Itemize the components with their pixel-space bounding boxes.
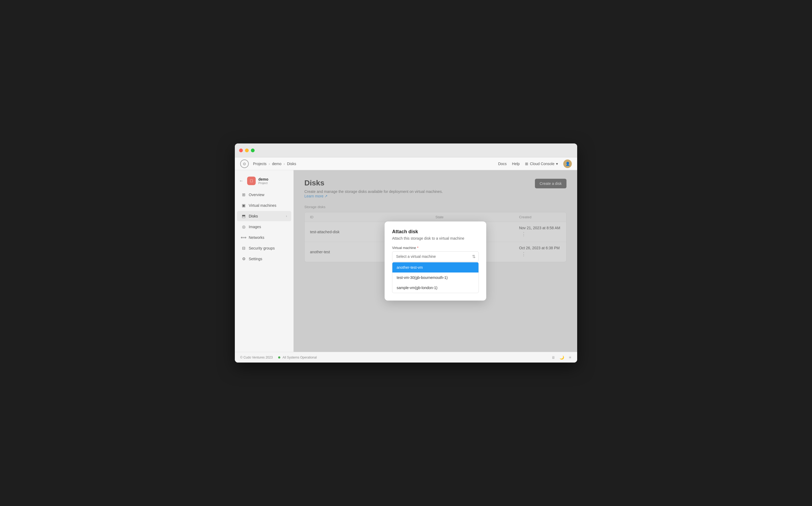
navbar-right: Docs Help ⊞ Cloud Console ▾ 👤	[498, 160, 572, 168]
traffic-lights	[239, 149, 255, 152]
attach-disk-modal: Attach disk Attach this storage disk to …	[385, 222, 486, 301]
sidebar-label-security: Security groups	[249, 246, 275, 250]
cloud-console-button[interactable]: ⊞ Cloud Console ▾	[525, 162, 558, 166]
moon-icon[interactable]: 🌙	[559, 355, 564, 360]
modal-description: Attach this storage disk to a virtual ma…	[392, 236, 479, 240]
avatar[interactable]: 👤	[563, 160, 572, 168]
vm-option-2[interactable]: test-vm-30(gb-bournemouth-1)	[392, 272, 478, 283]
close-button[interactable]	[239, 149, 243, 152]
help-link[interactable]: Help	[512, 162, 520, 166]
vm-select[interactable]: Select a virtual machine	[392, 251, 479, 262]
project-label: Project	[258, 181, 268, 185]
sidebar-label-images: Images	[249, 225, 261, 229]
breadcrumb-disks[interactable]: Disks	[287, 162, 296, 166]
status-indicator: All Systems Operational	[278, 356, 317, 359]
vm-select-wrapper: Select a virtual machine ⇅	[392, 251, 479, 262]
sidebar-item-security-groups[interactable]: ⊟ Security groups	[237, 243, 291, 253]
sidebar-label-vms: Virtual machines	[249, 203, 276, 207]
vm-option-1[interactable]: another-test-vm	[392, 262, 478, 272]
modal-overlay: Attach disk Attach this storage disk to …	[294, 170, 577, 352]
required-indicator: *	[417, 246, 418, 250]
navbar: ⊙ Projects › demo › Disks Docs Help ⊞ Cl…	[235, 157, 577, 170]
sidebar-label-disks: Disks	[249, 214, 258, 218]
sidebar-label-settings: Settings	[249, 257, 262, 261]
grid-icon: ⊞	[525, 162, 528, 166]
chevron-right-icon: ›	[286, 214, 287, 218]
footer: © Cudo Ventures 2023 All Systems Operati…	[235, 352, 577, 362]
status-label: All Systems Operational	[282, 356, 317, 359]
images-icon: ◎	[241, 225, 246, 229]
breadcrumb-demo[interactable]: demo	[272, 162, 281, 166]
chevron-down-icon: ▾	[556, 162, 558, 166]
sidebar-item-overview[interactable]: ⊞ Overview	[237, 190, 291, 200]
footer-right: 🖥 🌙 ☀	[551, 355, 572, 360]
breadcrumb: Projects › demo › Disks	[253, 162, 296, 166]
logo-icon[interactable]: ⊙	[240, 160, 249, 168]
project-header: ← □ demo Project	[235, 174, 293, 189]
project-name: demo	[258, 177, 268, 181]
project-info: demo Project	[258, 177, 268, 185]
networks-icon: ⟺	[241, 235, 246, 240]
vm-option-3[interactable]: sample-vm(gb-london-1)	[392, 283, 478, 293]
status-dot-icon	[278, 356, 280, 358]
main-layout: ← □ demo Project ⊞ Overview ▣ Virtual ma…	[235, 170, 577, 352]
overview-icon: ⊞	[241, 192, 246, 197]
modal-title: Attach disk	[392, 229, 479, 235]
maximize-button[interactable]	[251, 149, 255, 152]
sidebar-item-networks[interactable]: ⟺ Networks	[237, 233, 291, 243]
settings-icon: ⚙	[241, 256, 246, 261]
sidebar-label-overview: Overview	[249, 193, 264, 197]
back-button[interactable]: ←	[239, 178, 244, 183]
project-icon: □	[247, 177, 256, 185]
breadcrumb-sep-1: ›	[269, 162, 270, 166]
sidebar: ← □ demo Project ⊞ Overview ▣ Virtual ma…	[235, 170, 294, 352]
breadcrumb-projects[interactable]: Projects	[253, 162, 267, 166]
sidebar-item-disks[interactable]: ⬒ Disks ›	[237, 211, 291, 221]
docs-link[interactable]: Docs	[498, 162, 506, 166]
disk-icon: ⬒	[241, 214, 246, 219]
sidebar-item-virtual-machines[interactable]: ▣ Virtual machines	[237, 200, 291, 210]
sidebar-nav: ⊞ Overview ▣ Virtual machines ⬒ Disks › …	[235, 189, 293, 264]
sidebar-item-images[interactable]: ◎ Images	[237, 222, 291, 232]
titlebar	[235, 144, 577, 157]
minimize-button[interactable]	[245, 149, 249, 152]
sun-icon[interactable]: ☀	[568, 355, 572, 360]
vm-dropdown-list: another-test-vm test-vm-30(gb-bournemout…	[392, 262, 479, 293]
vm-icon: ▣	[241, 203, 246, 208]
sidebar-item-settings[interactable]: ⚙ Settings	[237, 254, 291, 264]
copyright: © Cudo Ventures 2023	[240, 356, 273, 359]
security-icon: ⊟	[241, 246, 246, 251]
monitor-icon[interactable]: 🖥	[551, 355, 555, 360]
app-window: ⊙ Projects › demo › Disks Docs Help ⊞ Cl…	[235, 144, 577, 362]
content-area: Disks Create and manage the storage disk…	[294, 170, 577, 352]
vm-field-label: Virtual machine *	[392, 246, 479, 250]
breadcrumb-sep-2: ›	[283, 162, 285, 166]
sidebar-label-networks: Networks	[249, 235, 264, 240]
